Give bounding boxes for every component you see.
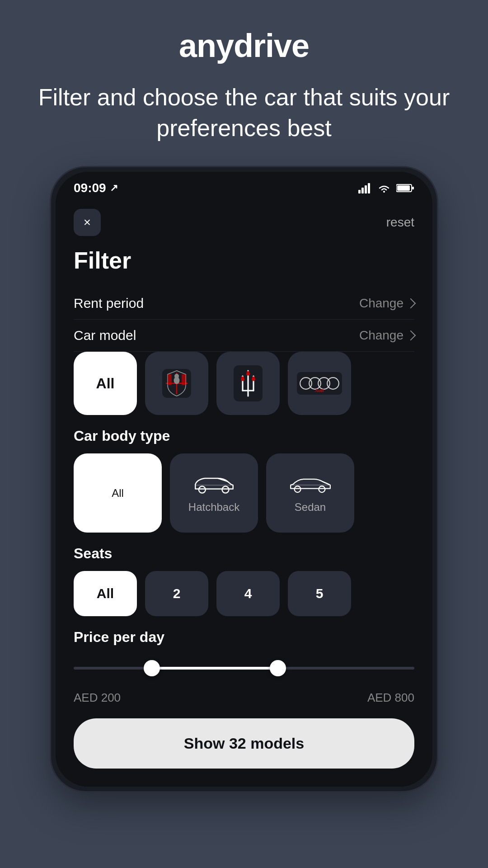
reset-button[interactable]: reset — [386, 215, 414, 230]
brand-item-audi[interactable]: Audi — [288, 352, 351, 415]
filter-title: Filter — [74, 247, 414, 274]
sedan-icon — [288, 473, 333, 495]
porsche-logo — [159, 365, 195, 401]
signal-icon — [358, 183, 372, 193]
body-type-item-hatchback[interactable]: Hatchback — [170, 453, 258, 533]
brand-item-maserati[interactable] — [216, 352, 280, 415]
svg-text:Audi: Audi — [314, 388, 324, 393]
slider-thumb-min[interactable] — [144, 660, 160, 676]
price-section: Price per day AED 200 AED 800 — [74, 629, 414, 705]
filter-header: × reset — [74, 209, 414, 236]
slider-track — [74, 667, 414, 670]
seats-row: All 2 4 5 — [74, 571, 414, 616]
show-models-button[interactable]: Show 32 models — [74, 718, 414, 769]
body-type-item-all[interactable]: All — [74, 453, 162, 533]
svg-point-22 — [294, 486, 300, 492]
audi-logo: Audi — [297, 372, 342, 395]
svg-rect-2 — [365, 185, 367, 193]
chevron-right-icon — [406, 330, 416, 341]
filter-screen: × reset Filter Rent period Change Car mo… — [56, 200, 432, 787]
seat-item-4[interactable]: 4 — [216, 571, 280, 616]
svg-point-20 — [198, 486, 205, 493]
price-max-label: AED 800 — [367, 691, 414, 705]
svg-point-23 — [319, 486, 325, 492]
price-min-label: AED 200 — [74, 691, 121, 705]
status-time: 09:09 ↗ — [74, 181, 118, 195]
hatchback-icon — [192, 473, 237, 495]
seat-item-2[interactable]: 2 — [145, 571, 208, 616]
wifi-icon — [377, 183, 391, 193]
body-type-item-sedan[interactable]: Sedan — [266, 453, 354, 533]
brand-item-all[interactable]: All — [74, 352, 137, 415]
svg-point-21 — [222, 486, 229, 493]
maserati-logo — [232, 365, 264, 401]
seat-item-5[interactable]: 5 — [288, 571, 351, 616]
rent-period-change[interactable]: Change — [359, 296, 414, 311]
battery-icon — [396, 183, 414, 193]
svg-point-4 — [383, 191, 385, 193]
chevron-right-icon — [406, 298, 416, 309]
phone-mockup: 09:09 ↗ — [50, 166, 438, 793]
slider-thumb-max[interactable] — [270, 660, 286, 676]
body-types-row: All Hatchback — [74, 453, 414, 533]
location-arrow-icon: ↗ — [110, 182, 118, 194]
brand-item-porsche[interactable] — [145, 352, 208, 415]
brands-row: All — [74, 352, 414, 415]
car-body-type-title: Car body type — [74, 428, 414, 444]
car-model-label: Car model — [74, 328, 136, 343]
price-labels: AED 200 AED 800 — [74, 691, 414, 705]
app-subtitle: Filter and choose the car that suits you… — [0, 82, 488, 143]
status-bar: 09:09 ↗ — [56, 172, 432, 200]
svg-rect-7 — [412, 187, 414, 189]
car-model-change[interactable]: Change — [359, 328, 414, 343]
car-model-row[interactable]: Car model Change — [74, 320, 414, 352]
status-icons — [358, 183, 414, 193]
svg-rect-0 — [358, 190, 361, 193]
price-slider[interactable] — [74, 655, 414, 682]
seats-title: Seats — [74, 545, 414, 562]
app-title: anydrive — [179, 27, 309, 64]
svg-rect-1 — [361, 188, 364, 193]
close-button[interactable]: × — [74, 209, 101, 236]
slider-fill — [152, 667, 278, 670]
rent-period-label: Rent period — [74, 296, 144, 311]
svg-rect-3 — [368, 183, 370, 193]
seat-item-all[interactable]: All — [74, 571, 137, 616]
svg-rect-6 — [397, 185, 410, 191]
rent-period-row[interactable]: Rent period Change — [74, 288, 414, 320]
price-title: Price per day — [74, 629, 414, 646]
